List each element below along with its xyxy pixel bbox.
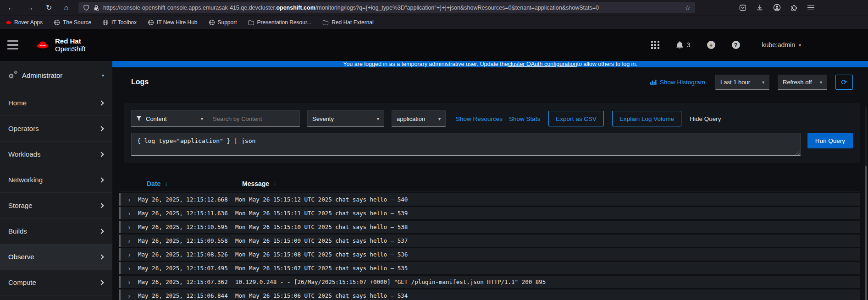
log-row[interactable]: › May 26, 2025, 12:15:07.495 Mon May 26 … xyxy=(119,262,860,274)
log-row[interactable]: › May 26, 2025, 12:15:08.526 Mon May 26 … xyxy=(119,248,860,261)
refresh-interval-select[interactable]: Refresh off ▾ xyxy=(778,75,827,90)
show-histogram-button[interactable]: Show Histogram xyxy=(650,79,705,86)
bell-icon xyxy=(676,41,684,49)
sidebar-item-home[interactable]: Home xyxy=(0,90,112,116)
chevron-right-icon xyxy=(99,177,104,182)
sidebar-item-compute[interactable]: Compute xyxy=(0,270,112,295)
perspective-switcher[interactable]: ⚙⚙ Administrator ▾ xyxy=(0,61,112,90)
log-date: May 26, 2025, 12:15:12.668 xyxy=(138,196,235,203)
red-hat-dot-icon xyxy=(6,20,11,25)
chevron-right-icon xyxy=(99,229,104,234)
log-message: Mon May 26 15:15:10 UTC 2025 chat says h… xyxy=(235,224,860,230)
log-row[interactable]: › May 26, 2025, 12:15:12.668 Mon May 26 … xyxy=(119,193,860,206)
log-date: May 26, 2025, 12:15:09.558 xyxy=(138,237,235,244)
folder-icon xyxy=(322,20,329,25)
account-icon[interactable] xyxy=(773,4,781,11)
bookmark-it-toolbox[interactable]: IT Toolbox xyxy=(102,19,137,26)
sort-icon: ↕ xyxy=(273,180,276,187)
sidebar-item-storage[interactable]: Storage xyxy=(0,193,112,218)
bookmark-rover-apps[interactable]: Rover Apps xyxy=(6,19,43,26)
bookmark-folder-presentation[interactable]: Presentation Resour... xyxy=(248,19,312,26)
help-button[interactable]: ? xyxy=(732,41,740,49)
url-bar[interactable]: https://console-openshift-console.apps.e… xyxy=(78,2,695,13)
globe-icon xyxy=(54,19,60,26)
expand-row-icon[interactable]: › xyxy=(121,278,138,285)
column-header-message[interactable]: Message ↕ xyxy=(234,180,860,187)
sync-button[interactable]: ⟳ xyxy=(835,75,853,90)
sidebar-item-operators[interactable]: Operators xyxy=(0,116,112,142)
sidebar-nav: ⚙⚙ Administrator ▾ Home Operators Worklo… xyxy=(0,61,112,300)
attribute-filter-select[interactable]: Content ▾ xyxy=(131,110,208,127)
expand-row-icon[interactable]: › xyxy=(121,210,138,217)
run-query-button[interactable]: Run Query xyxy=(807,133,853,148)
content-search-input[interactable] xyxy=(208,110,300,127)
home-icon[interactable]: ⌂ xyxy=(64,4,68,11)
forward-icon[interactable]: → xyxy=(27,4,34,11)
logs-table: Date ↓ Message ↕ › May 26, 2025, 12:15:1… xyxy=(119,176,860,300)
bookmark-folder-redhat-external[interactable]: Red Hat External xyxy=(322,19,373,26)
log-date: May 26, 2025, 12:15:07.495 xyxy=(138,265,235,272)
back-icon[interactable]: ← xyxy=(7,4,15,11)
log-row[interactable]: › May 26, 2025, 12:15:07.362 10.129.0.24… xyxy=(119,276,860,288)
bookmark-the-source[interactable]: The Source xyxy=(54,19,91,26)
show-stats-link[interactable]: Show Stats xyxy=(509,115,540,122)
log-row[interactable]: › May 26, 2025, 12:15:11.636 Mon May 26 … xyxy=(119,207,860,219)
browser-menu-icon[interactable] xyxy=(807,5,814,11)
pocket-icon[interactable] xyxy=(739,4,746,11)
log-message: Mon May 26 15:15:06 UTC 2025 chat says h… xyxy=(235,292,860,299)
hide-query-link[interactable]: Hide Query xyxy=(690,115,721,122)
sidebar-item-workloads[interactable]: Workloads xyxy=(0,142,112,167)
chevron-right-icon xyxy=(99,126,104,131)
show-resources-link[interactable]: Show Resources xyxy=(456,115,503,122)
lock-warning-icon[interactable] xyxy=(93,5,100,11)
sidebar-item-networking[interactable]: Networking xyxy=(0,167,112,193)
time-range-select[interactable]: Last 1 hour ▾ xyxy=(715,75,769,90)
chevron-right-icon xyxy=(99,280,104,285)
import-yaml-button[interactable]: + xyxy=(707,41,715,49)
sidebar-item-builds[interactable]: Builds xyxy=(0,218,112,244)
chevron-down-icon: ▾ xyxy=(799,43,801,48)
oauth-config-link[interactable]: cluster OAuth configuration xyxy=(508,61,577,67)
log-message: 10.129.0.248 - - [26/May/2025:15:15:07 +… xyxy=(235,278,860,285)
notification-count: 3 xyxy=(687,41,691,49)
url-text: https://console-openshift-console.apps.e… xyxy=(103,5,599,11)
logql-query-input[interactable]: { log_type="application" } | json xyxy=(131,133,801,156)
log-message: Mon May 26 15:15:12 UTC 2025 chat says h… xyxy=(235,196,860,203)
notifications-bell[interactable]: 3 xyxy=(676,41,691,49)
sidebar-item-observe[interactable]: Observe xyxy=(0,244,112,270)
brand-logo[interactable]: Red Hat OpenShift xyxy=(35,37,86,53)
bookmark-support[interactable]: Support xyxy=(209,19,237,26)
sort-descending-icon: ↓ xyxy=(165,180,168,187)
bookmark-it-new-hire-hub[interactable]: IT New Hire Hub xyxy=(148,19,197,26)
tenant-select[interactable]: application ▾ xyxy=(392,110,446,127)
scrollbar[interactable] xyxy=(865,107,867,300)
expand-row-icon[interactable]: › xyxy=(121,292,138,299)
downloads-icon[interactable] xyxy=(756,4,763,11)
user-menu[interactable]: kube:admin ▾ xyxy=(762,41,801,49)
query-panel: Content ▾ Severity ▾ application ▾ Show … xyxy=(124,103,860,163)
log-row[interactable]: › May 26, 2025, 12:15:09.558 Mon May 26 … xyxy=(119,235,860,247)
log-row[interactable]: › May 26, 2025, 12:15:06.844 Mon May 26 … xyxy=(119,289,860,300)
chevron-right-icon xyxy=(99,203,104,208)
browser-toolbar: ← → ↻ ⌂ https://console-openshift-consol… xyxy=(0,0,868,15)
sync-icon: ⟳ xyxy=(841,78,847,87)
explain-log-volume-button[interactable]: Explain Log Volume xyxy=(612,111,681,126)
severity-select[interactable]: Severity ▾ xyxy=(307,110,384,127)
expand-row-icon[interactable]: › xyxy=(121,224,138,230)
chevron-down-icon: ▾ xyxy=(762,80,764,85)
export-csv-button[interactable]: Export as CSV xyxy=(548,111,604,126)
app-launcher-icon[interactable] xyxy=(651,41,659,49)
nav-toggle-icon[interactable] xyxy=(7,40,18,50)
extensions-icon[interactable] xyxy=(791,4,798,11)
bookmark-star-icon[interactable]: ☆ xyxy=(685,4,691,11)
expand-row-icon[interactable]: › xyxy=(121,265,138,272)
brand-line1: Red Hat xyxy=(55,37,86,45)
column-header-date[interactable]: Date ↓ xyxy=(137,180,234,187)
reload-icon[interactable]: ↻ xyxy=(46,4,52,11)
globe-icon xyxy=(209,19,215,26)
shield-icon[interactable] xyxy=(83,5,89,11)
expand-row-icon[interactable]: › xyxy=(121,237,138,244)
expand-row-icon[interactable]: › xyxy=(121,251,138,258)
expand-row-icon[interactable]: › xyxy=(121,196,138,203)
log-row[interactable]: › May 26, 2025, 12:15:10.595 Mon May 26 … xyxy=(119,221,860,233)
